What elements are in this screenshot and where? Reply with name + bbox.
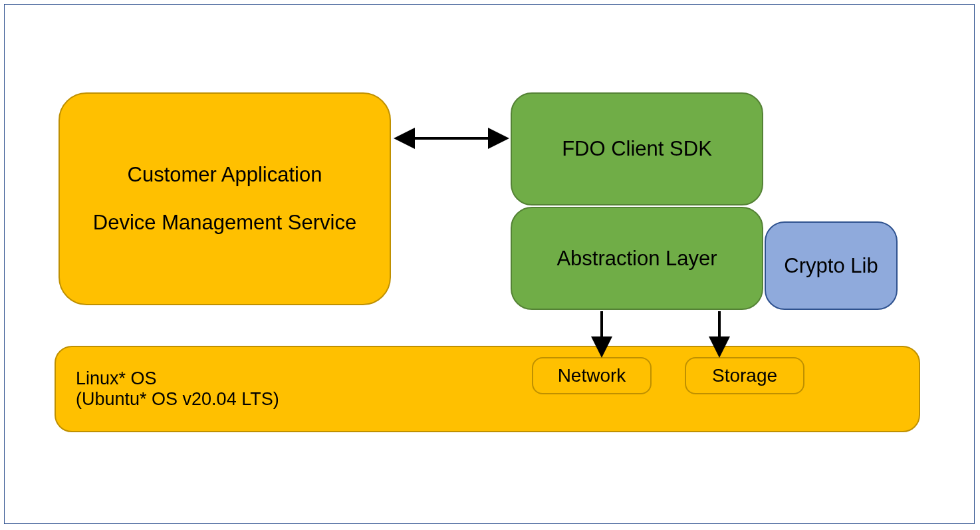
storage-box: Storage xyxy=(685,357,804,394)
customer-application-box: Customer Application Device Management S… xyxy=(59,92,391,305)
customer-application-label-2: Device Management Service xyxy=(93,211,356,235)
linux-os-label-2: (Ubuntu* OS v20.04 LTS) xyxy=(76,389,279,410)
abstraction-layer-label: Abstraction Layer xyxy=(556,247,717,271)
customer-application-label-1: Customer Application xyxy=(128,163,322,187)
fdo-client-sdk-label: FDO Client SDK xyxy=(562,137,712,161)
crypto-lib-box: Crypto Lib xyxy=(765,221,898,310)
network-box: Network xyxy=(532,357,652,394)
linux-os-text: Linux* OS (Ubuntu* OS v20.04 LTS) xyxy=(76,368,279,410)
diagram-canvas: Customer Application Device Management S… xyxy=(0,0,980,530)
crypto-lib-label: Crypto Lib xyxy=(784,254,878,278)
fdo-client-sdk-box: FDO Client SDK xyxy=(511,92,763,205)
network-label: Network xyxy=(558,365,626,386)
storage-label: Storage xyxy=(712,365,777,386)
linux-os-label-1: Linux* OS xyxy=(76,368,279,389)
abstraction-layer-box: Abstraction Layer xyxy=(511,207,763,310)
